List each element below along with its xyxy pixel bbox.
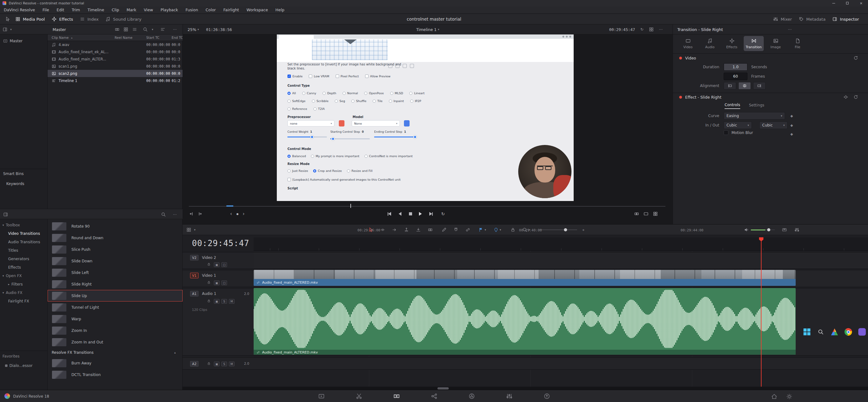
cn-starting-step-slider[interactable] bbox=[330, 138, 370, 139]
cn-type-radio[interactable]: Shuffle bbox=[351, 99, 366, 103]
marker-chevron-icon[interactable]: ▾ bbox=[498, 224, 502, 235]
transition-row[interactable]: Zoom In and Out bbox=[48, 336, 183, 348]
maximize-button[interactable] bbox=[840, 0, 854, 6]
inspector-tab-effects[interactable]: Effects bbox=[722, 36, 742, 51]
menu-timeline[interactable]: Timeline bbox=[84, 7, 108, 12]
video-clip[interactable]: Audio_fixed_main_ALTERED.mkv bbox=[254, 279, 796, 286]
cn-type-radio[interactable]: Scribble bbox=[312, 99, 329, 103]
smart-bins-header[interactable]: Smart Bins bbox=[0, 170, 48, 178]
col-start-tc[interactable]: Start TC bbox=[146, 36, 172, 39]
mark-out-icon[interactable] bbox=[197, 210, 203, 218]
menu-clip[interactable]: Clip bbox=[108, 7, 123, 12]
clip-row[interactable]: scan1.png 00:00:00:0000:0 bbox=[48, 63, 183, 70]
solo-button[interactable]: S bbox=[221, 362, 227, 366]
track-view-icon[interactable]: ▢ bbox=[221, 280, 227, 285]
scrollbar-handle[interactable] bbox=[437, 387, 449, 390]
pointer-icon[interactable] bbox=[3, 14, 12, 24]
color-page-icon[interactable] bbox=[468, 393, 475, 400]
align-center-button[interactable] bbox=[738, 82, 751, 90]
cn-type-radio[interactable]: SoftEdge bbox=[287, 99, 306, 103]
bin-panel-icon[interactable] bbox=[1, 24, 9, 34]
sound-library-button[interactable]: Sound Library bbox=[102, 14, 145, 24]
transition-row[interactable]: Tunnel of Light bbox=[48, 302, 183, 313]
out-curve-select[interactable]: Cubic▾ bbox=[760, 122, 787, 129]
transition-row-selected[interactable]: Slide Up bbox=[48, 290, 183, 302]
insert-clip-icon[interactable] bbox=[414, 224, 422, 235]
video-reset-icon[interactable] bbox=[852, 54, 860, 62]
enabled-dot-icon[interactable] bbox=[679, 57, 682, 60]
keyframe-diamond-icon[interactable]: ◆ bbox=[790, 114, 793, 118]
clip-row[interactable]: 4.wav 00:00:00:0000:0 bbox=[48, 41, 183, 48]
transition-row[interactable]: Slide Right bbox=[48, 278, 183, 290]
next-clip-icon[interactable]: › bbox=[243, 210, 245, 218]
replace-clip-icon[interactable] bbox=[440, 224, 448, 235]
tree-open-fx[interactable]: ▾Open FX bbox=[0, 272, 47, 280]
viewer-zoom-select[interactable]: 25% ▾ bbox=[188, 24, 199, 34]
col-end-tc[interactable]: End TC bbox=[172, 36, 183, 39]
menu-workspace[interactable]: Workspace bbox=[243, 7, 272, 12]
stop-button[interactable] bbox=[409, 210, 412, 218]
transition-row[interactable]: Rotate 90 bbox=[48, 220, 183, 232]
viewer-settings-icon[interactable] bbox=[644, 210, 649, 218]
tree-audio-fx[interactable]: ▾Audio FX bbox=[0, 288, 47, 297]
taskbar-kite-app-icon[interactable] bbox=[829, 326, 840, 338]
motion-blur-checkbox[interactable] bbox=[724, 130, 728, 135]
cn-type-radio[interactable]: IP2P bbox=[410, 99, 421, 103]
timeline-view-chevron-icon[interactable]: ▾ bbox=[193, 224, 197, 235]
audio-clip[interactable]: Audio_fixed_main_ALTERED.mkv bbox=[254, 288, 796, 355]
clip-row[interactable]: Audio_fixed_main_ALTER... 00:00:00:0001:… bbox=[48, 55, 183, 63]
tree-filters[interactable]: ▸Filters bbox=[0, 280, 47, 288]
media-page-icon[interactable] bbox=[317, 393, 325, 400]
auto-select-icon[interactable]: ▣ bbox=[214, 299, 219, 304]
menu-fusion[interactable]: Fusion bbox=[182, 7, 202, 12]
taskbar-chrome-icon[interactable] bbox=[843, 326, 854, 338]
cn-enable-checkbox[interactable]: ✓Enable bbox=[287, 74, 303, 78]
minimize-button[interactable] bbox=[827, 0, 840, 6]
play-reverse-button[interactable] bbox=[399, 210, 401, 218]
dynamic-trim-mode-icon[interactable] bbox=[391, 224, 398, 235]
duration-seconds-field[interactable]: 1.0 bbox=[724, 63, 747, 71]
keywords-item[interactable]: Keywords bbox=[3, 180, 48, 188]
transition-row[interactable]: Slide Down bbox=[48, 255, 183, 267]
mute-button[interactable]: M bbox=[229, 362, 235, 366]
cn-type-radio[interactable]: Normal bbox=[343, 91, 358, 95]
timeline-mixer-icon[interactable] bbox=[793, 224, 801, 235]
col-reel-name[interactable]: Reel Name bbox=[115, 36, 146, 39]
track-view-icon[interactable]: ▢ bbox=[221, 262, 227, 267]
duration-frames-field[interactable]: 60 bbox=[724, 73, 747, 80]
keyframe-diamond-icon[interactable]: ◆ bbox=[790, 132, 793, 136]
menu-trim[interactable]: Trim bbox=[68, 7, 84, 12]
cn-type-radio[interactable]: OpenPose bbox=[364, 91, 383, 95]
align-start-button[interactable] bbox=[724, 82, 736, 90]
mute-button[interactable]: M bbox=[229, 299, 235, 304]
effect-section-header[interactable]: Effect - Slide Right bbox=[679, 95, 721, 99]
menu-file[interactable]: File bbox=[39, 7, 53, 12]
inspector-button[interactable]: Inspector bbox=[829, 14, 862, 24]
flag-chevron-icon[interactable]: ▾ bbox=[484, 224, 487, 235]
video-section-header[interactable]: Video bbox=[679, 56, 696, 60]
taskbar-search-icon[interactable] bbox=[815, 326, 826, 338]
cn-type-radio[interactable]: Reference bbox=[287, 107, 307, 111]
transition-row[interactable]: Slice Push bbox=[48, 244, 183, 255]
track-badge[interactable]: A2 bbox=[190, 361, 198, 367]
deliver-page-icon[interactable] bbox=[543, 393, 551, 400]
viewer-expand-icon[interactable] bbox=[653, 210, 658, 218]
transition-row[interactable]: Zoom In bbox=[48, 325, 183, 336]
cn-type-radio[interactable]: Depth bbox=[322, 91, 336, 95]
settings-tab[interactable]: Settings bbox=[749, 103, 764, 109]
align-end-button[interactable] bbox=[753, 82, 766, 90]
scrubber-playhead[interactable] bbox=[350, 204, 351, 208]
lock-icon[interactable] bbox=[207, 299, 211, 303]
track-header-a2[interactable]: A2 ▣ S M 2.0 bbox=[183, 357, 254, 370]
transition-row[interactable]: Slide Left bbox=[48, 267, 183, 278]
transition-row[interactable]: Burn Away bbox=[48, 357, 183, 369]
mixer-button[interactable]: Mixer bbox=[770, 14, 795, 24]
curve-select[interactable]: Easing▾ bbox=[724, 112, 785, 120]
cn-mode-radio[interactable]: Balanced bbox=[287, 154, 306, 158]
effects-more-icon[interactable]: ⋯ bbox=[171, 209, 179, 219]
inspector-tab-transition[interactable]: Transition bbox=[744, 36, 764, 51]
inspector-tab-file[interactable]: File bbox=[787, 36, 808, 51]
effects-button[interactable]: Effects bbox=[48, 14, 76, 24]
inspector-more-icon[interactable]: ⋯ bbox=[786, 24, 794, 34]
inspector-tab-image[interactable]: Image bbox=[766, 36, 786, 51]
